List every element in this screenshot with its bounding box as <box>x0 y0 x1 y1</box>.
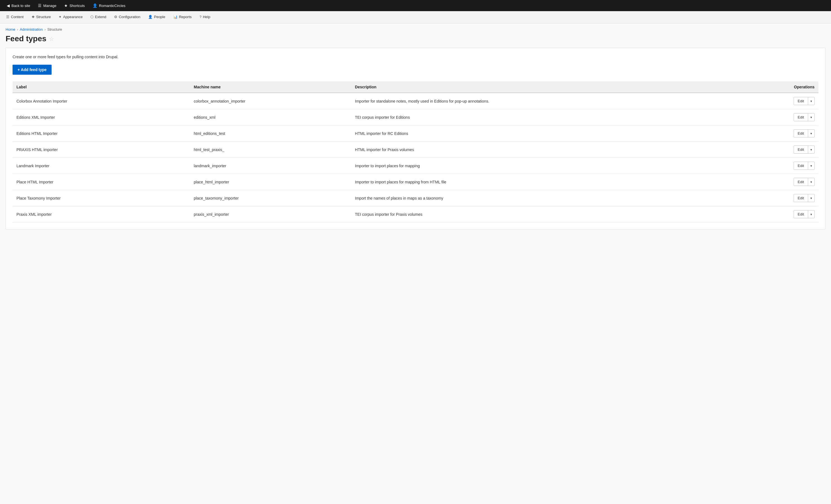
nav-item-appearance[interactable]: ✦ Appearance <box>55 11 86 23</box>
col-header-label: Label <box>12 81 190 93</box>
cell-description: TEI corpus importer for Praxis volumes <box>351 206 722 223</box>
main-panel: Create one or more feed types for pullin… <box>6 48 825 230</box>
hamburger-icon: ☰ <box>38 3 41 8</box>
edit-button[interactable]: Edit <box>794 194 808 202</box>
operations-dropdown-button[interactable]: ▾ <box>808 195 814 202</box>
operation-group: Edit▾ <box>794 129 814 138</box>
cell-machine-name: landmark_importer <box>190 158 351 174</box>
cell-label: Place Taxomony Importer <box>12 190 190 206</box>
table-header-row: Label Machine name Description Operation… <box>12 81 819 93</box>
user-menu-button[interactable]: 👤 RomanticCircles <box>89 0 129 11</box>
operations-dropdown-button[interactable]: ▾ <box>808 130 814 137</box>
table-row: Editions HTML Importerhtml_editions_test… <box>12 125 819 142</box>
nav-content-label: Content <box>11 15 24 19</box>
nav-item-reports[interactable]: 📊 Reports <box>169 11 196 23</box>
nav-item-people[interactable]: 👤 People <box>144 11 169 23</box>
operations-dropdown-button[interactable]: ▾ <box>808 211 814 218</box>
people-icon: 👤 <box>148 15 152 19</box>
cell-machine-name: place_html_importer <box>190 174 351 190</box>
operation-group: Edit▾ <box>794 146 814 154</box>
breadcrumb-sep-1: › <box>17 27 18 31</box>
cell-machine-name: place_taxomony_importer <box>190 190 351 206</box>
operations-dropdown-button[interactable]: ▾ <box>808 146 814 153</box>
cell-operations: Edit▾ <box>722 125 819 142</box>
edit-button[interactable]: Edit <box>794 178 808 186</box>
table-row: Place Taxomony Importerplace_taxomony_im… <box>12 190 819 206</box>
operations-dropdown-button[interactable]: ▾ <box>808 114 814 121</box>
cell-description: TEI corpus importer for Editions <box>351 109 722 125</box>
content-icon: ☰ <box>6 15 9 19</box>
feed-types-table: Label Machine name Description Operation… <box>12 81 819 223</box>
nav-appearance-label: Appearance <box>63 15 83 19</box>
cell-label: Editions HTML Importer <box>12 125 190 142</box>
cell-description: HTML importer for RC Editions <box>351 125 722 142</box>
col-header-machine: Machine name <box>190 81 351 93</box>
edit-button[interactable]: Edit <box>794 210 808 218</box>
nav-item-extend[interactable]: ⬡ Extend <box>86 11 110 23</box>
table-row: Praxis XML importerpraxis_xml_importerTE… <box>12 206 819 223</box>
col-header-description: Description <box>351 81 722 93</box>
back-to-site-label: Back to site <box>11 4 30 8</box>
back-arrow-icon: ◀ <box>7 3 10 8</box>
cell-description: HTML importer for Praxis volumes <box>351 142 722 158</box>
back-to-site-button[interactable]: ◀ Back to site <box>3 0 33 11</box>
shortcuts-button[interactable]: ★ Shortcuts <box>61 0 88 11</box>
cell-machine-name: editions_xml <box>190 109 351 125</box>
nav-item-help[interactable]: ? Help <box>196 11 214 23</box>
breadcrumb: Home › Administration › Structure <box>0 23 831 33</box>
shortcuts-label: Shortcuts <box>69 4 85 8</box>
cell-description: Importer for standalone notes, mostly us… <box>351 93 722 109</box>
edit-button[interactable]: Edit <box>794 129 808 137</box>
nav-item-structure[interactable]: ❖ Structure <box>28 11 55 23</box>
breadcrumb-administration[interactable]: Administration <box>20 27 43 31</box>
nav-reports-label: Reports <box>179 15 192 19</box>
nav-configuration-label: Configuration <box>119 15 140 19</box>
structure-icon: ❖ <box>31 15 35 19</box>
breadcrumb-home[interactable]: Home <box>6 27 15 31</box>
star-icon: ★ <box>64 3 68 8</box>
extend-icon: ⬡ <box>90 15 93 19</box>
cell-label: PRAXIS HTML importer <box>12 142 190 158</box>
operation-group: Edit▾ <box>794 113 814 121</box>
cell-machine-name: colorbox_annotation_importer <box>190 93 351 109</box>
cell-label: Place HTML Importer <box>12 174 190 190</box>
page-content: Home › Administration › Structure Feed t… <box>0 23 831 504</box>
edit-button[interactable]: Edit <box>794 97 808 105</box>
cell-description: Importer to import places for mapping <box>351 158 722 174</box>
cell-machine-name: praxis_xml_importer <box>190 206 351 223</box>
page-title: Feed types <box>6 34 46 43</box>
favorite-star-icon[interactable]: ☆ <box>49 35 54 42</box>
operations-dropdown-button[interactable]: ▾ <box>808 162 814 170</box>
table-row: PRAXIS HTML importerhtml_test_praxis_HTM… <box>12 142 819 158</box>
operations-dropdown-button[interactable]: ▾ <box>808 97 814 105</box>
user-label: RomanticCircles <box>99 4 125 8</box>
edit-button[interactable]: Edit <box>794 162 808 170</box>
operation-group: Edit▾ <box>794 162 814 170</box>
operation-group: Edit▾ <box>794 210 814 218</box>
table-row: Landmark Importerlandmark_importerImport… <box>12 158 819 174</box>
cell-operations: Edit▾ <box>722 158 819 174</box>
table-row: Editions XML Importereditions_xmlTEI cor… <box>12 109 819 125</box>
edit-button[interactable]: Edit <box>794 146 808 153</box>
cell-label: Colorbox Annotation Importer <box>12 93 190 109</box>
nav-item-configuration[interactable]: ⚙ Configuration <box>110 11 144 23</box>
page-description: Create one or more feed types for pullin… <box>12 55 819 59</box>
manage-button[interactable]: ☰ Manage <box>35 0 60 11</box>
secondary-nav: ☰ Content ❖ Structure ✦ Appearance ⬡ Ext… <box>0 11 831 23</box>
operations-dropdown-button[interactable]: ▾ <box>808 178 814 186</box>
nav-item-content[interactable]: ☰ Content <box>2 11 28 23</box>
cell-label: Editions XML Importer <box>12 109 190 125</box>
cell-label: Praxis XML importer <box>12 206 190 223</box>
page-title-row: Feed types ☆ <box>0 33 831 48</box>
appearance-icon: ✦ <box>59 15 62 19</box>
table-row: Colorbox Annotation Importercolorbox_ann… <box>12 93 819 109</box>
help-icon: ? <box>199 15 201 19</box>
add-feed-type-button[interactable]: + Add feed type <box>12 65 52 75</box>
cell-operations: Edit▾ <box>722 206 819 223</box>
nav-people-label: People <box>154 15 165 19</box>
user-icon: 👤 <box>93 3 97 8</box>
operation-group: Edit▾ <box>794 97 814 105</box>
edit-button[interactable]: Edit <box>794 114 808 121</box>
col-header-operations: Operations <box>722 81 819 93</box>
cell-description: Import the names of places in maps as a … <box>351 190 722 206</box>
